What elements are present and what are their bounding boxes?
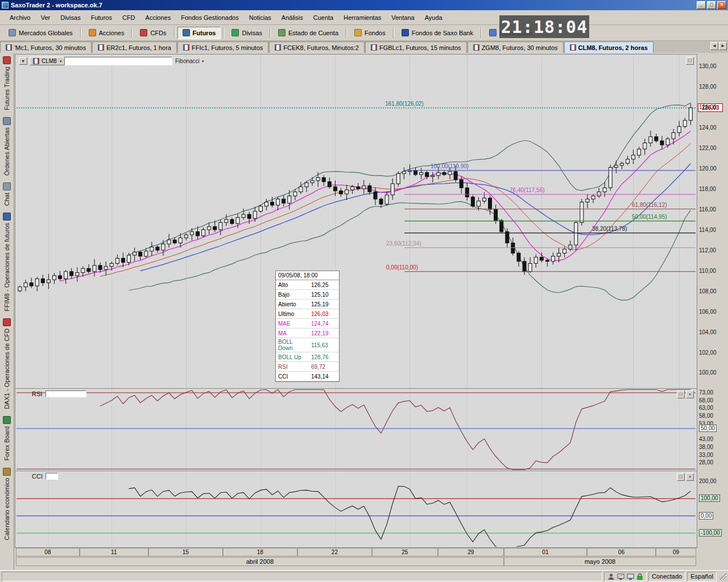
price-axis-label: 128,00: [699, 84, 717, 90]
toolbar-fondos-de-saxo-bank[interactable]: Fondos de Saxo Bank: [396, 27, 478, 39]
sidebar-item-ordenes-abiertas[interactable]: Órdenes Abiertas: [3, 117, 11, 176]
tab-fgblc1[interactable]: FGBLc1, Futuros, 15 minutos: [365, 41, 467, 53]
price-axis-label: 114,00: [699, 227, 716, 233]
tooltip-row: Bajo125,10: [276, 290, 339, 300]
menu-bar: ArchivoVerDivisasFuturosCFDAccionesFondo…: [0, 10, 728, 25]
month-cell: abril 2008: [16, 557, 504, 566]
price-axis-label: 104,00: [699, 329, 717, 335]
rsi-axis-label: 43,00: [699, 436, 713, 442]
tooltip-value: 126,25: [310, 281, 330, 289]
sidebar-item-calendario-economico[interactable]: Calendario económico: [3, 468, 11, 540]
cci-axis-label: 0,00: [699, 512, 713, 519]
monitor-icon[interactable]: [627, 573, 634, 580]
tab-label: ER2c1, Futuros, 1 hora: [106, 44, 171, 51]
tab-zgm8[interactable]: ZGM8, Futuros, 30 minutos: [468, 41, 564, 53]
menu-noticias[interactable]: Noticias: [244, 12, 276, 23]
maximize-panel-button[interactable]: □: [686, 57, 694, 65]
mercados-globales-icon: [9, 29, 16, 36]
sidebar-item-label: FFIM8 - Operaciones de futuros: [3, 223, 10, 311]
toolbar-fondos[interactable]: Fondos: [349, 27, 391, 39]
chart-icon: [98, 44, 104, 51]
user-icon[interactable]: [607, 573, 615, 580]
menu-divisas[interactable]: Divisas: [55, 12, 85, 23]
price-axis-label: 126,00: [699, 104, 717, 110]
tab-label: CLM8, Futuros, 2 horas: [578, 44, 648, 51]
informacion-icon: [489, 29, 497, 36]
toolbar-mercados-globales[interactable]: Mercados Globales: [3, 27, 78, 39]
tab-ffic1[interactable]: FFIc1, Futuros, 5 minutos: [177, 41, 268, 53]
toolbar-futuros[interactable]: Futuros: [177, 27, 221, 39]
menu-analisis[interactable]: Análisis: [276, 12, 308, 23]
tab-fcek8[interactable]: FCEK8, Futuros, Minutos:2: [269, 41, 365, 53]
sidebar-item-label: Órdenes Abiertas: [3, 127, 10, 176]
toolbar-cfds[interactable]: CFDs: [135, 27, 171, 39]
rsi-axis-label: 28,00: [699, 459, 713, 465]
tab-clm8[interactable]: CLM8, Futuros, 2 horas: [564, 41, 653, 53]
estado-de-cuenta-icon: [278, 29, 286, 36]
toolbar-divisas[interactable]: Divisas: [226, 27, 267, 39]
rsi-axis-label: 38,00: [699, 444, 713, 450]
tooltip-row: Abierto125,19: [276, 300, 339, 309]
cci-axis-label: 200,00: [699, 478, 717, 484]
symbol-selector[interactable]: CLM8 ▼: [30, 57, 66, 65]
ffim8-operaciones-de-futuros-icon: [3, 213, 11, 221]
rsi-canvas[interactable]: [15, 389, 697, 470]
sidebar-item-ffim8-operaciones-de-futuros[interactable]: FFIM8 - Operaciones de futuros: [3, 213, 11, 311]
rsi-axis-label: 73,00: [699, 389, 713, 396]
cci-maximize-button[interactable]: □: [677, 473, 685, 481]
tab-er2c1[interactable]: ER2c1, Futuros, 1 hora: [92, 41, 177, 53]
calendario-economico-icon: [3, 468, 11, 476]
toolbar-separator: [223, 27, 224, 39]
toolbar-label: Futuros: [193, 30, 216, 36]
sidebar-item-dax1-operaciones-de-cfd[interactable]: DAX1 - Operaciones de CFD: [3, 318, 11, 409]
cci-input[interactable]: [46, 473, 58, 480]
sidebar-item-chat[interactable]: Chat: [3, 182, 11, 206]
date-cell: 11: [80, 548, 148, 556]
rsi-input[interactable]: [46, 390, 86, 397]
cci-close-button[interactable]: ×: [686, 473, 694, 481]
rsi-maximize-button[interactable]: □: [677, 390, 685, 398]
resize-grip[interactable]: [719, 573, 726, 580]
toolbar-separator: [174, 27, 175, 39]
status-language: Español: [690, 573, 713, 580]
toolbar-label: Fondos: [365, 30, 386, 36]
sidebar-item-forex-board[interactable]: Forex Board: [3, 416, 11, 461]
price-chart-canvas[interactable]: [15, 55, 697, 388]
tooltip-value: 128,76: [310, 354, 330, 361]
date-cell: 01: [504, 548, 587, 556]
menu-archivo[interactable]: Archivo: [5, 12, 36, 23]
toolbar-label: Estado de Cuenta: [288, 30, 338, 36]
sidebar-item-futures-trading[interactable]: Futures Trading: [3, 56, 11, 110]
cci-canvas[interactable]: [15, 471, 697, 547]
price-axis-label: 124,00: [699, 124, 717, 131]
menu-acciones[interactable]: Acciones: [140, 12, 176, 23]
tooltip-row: MAE124,74: [276, 319, 339, 329]
rsi-axis-label: 68,00: [699, 397, 713, 404]
menu-fondos-gestionados[interactable]: Fondos Gestionados: [176, 12, 244, 23]
rsi-close-button[interactable]: ×: [686, 390, 694, 398]
menu-ver[interactable]: Ver: [36, 12, 56, 23]
drawing-tool-selector[interactable]: Fibonacci ▼: [175, 57, 205, 65]
chart-options-dropdown[interactable]: ▼: [19, 57, 27, 65]
tooltip-header: 09/05/08, 18:00: [276, 271, 339, 280]
menu-cfd[interactable]: CFD: [117, 12, 140, 23]
language-selector[interactable]: Español: [687, 572, 717, 581]
menu-cuenta[interactable]: Cuenta: [308, 12, 338, 23]
price-axis-label: 108,00: [699, 288, 717, 294]
menu-futuros[interactable]: Futuros: [86, 12, 117, 23]
rsi-title: RSI: [32, 390, 42, 397]
rsi-indicator-panel: RSI □ ×: [15, 389, 697, 471]
tooltip-row: BOLL Down115,63: [276, 338, 339, 352]
price-axis-label: 118,00: [699, 186, 716, 192]
tab-mc1[interactable]: 'Mc1, Futuros, 30 minutos: [0, 41, 92, 53]
menu-ayuda[interactable]: Ayuda: [420, 12, 448, 23]
tooltip-row: RSI69,72: [276, 362, 339, 372]
menu-herramientas[interactable]: Herramientas: [338, 12, 386, 23]
menu-ventana[interactable]: Ventana: [386, 12, 419, 23]
status-bar: Conectado Español: [0, 570, 728, 582]
symbol-search-input[interactable]: [64, 57, 172, 65]
toolbar-estado-de-cuenta[interactable]: Estado de Cuenta: [273, 27, 344, 39]
tooltip-label: RSI: [276, 363, 310, 371]
chart-monitor-icon[interactable]: [617, 573, 624, 580]
toolbar-acciones[interactable]: Acciones: [84, 27, 130, 39]
